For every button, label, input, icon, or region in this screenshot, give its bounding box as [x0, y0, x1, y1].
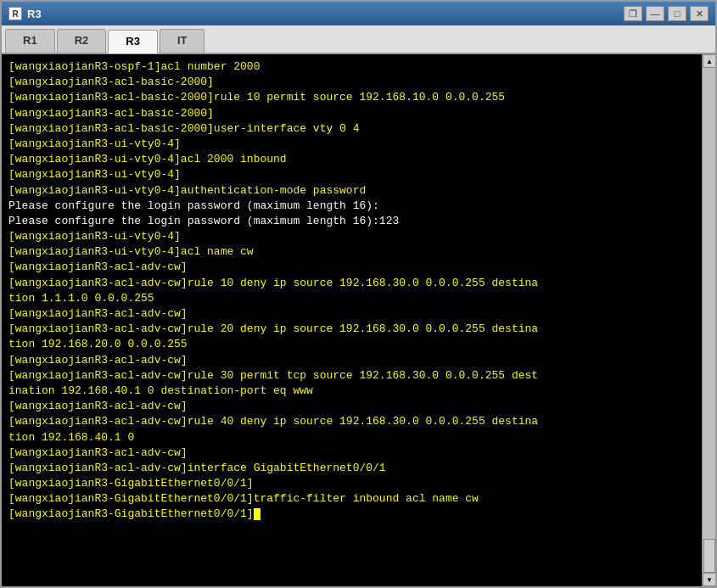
window-title: R3	[27, 8, 42, 20]
tab-bar: R1 R2 R3 IT	[2, 25, 715, 54]
close-button[interactable]: ✕	[690, 6, 709, 21]
window-icon: R	[8, 7, 22, 20]
scroll-thumb[interactable]	[703, 539, 715, 573]
maximize-button[interactable]: □	[668, 6, 686, 21]
scroll-down-button[interactable]: ▼	[703, 573, 715, 586]
tab-it[interactable]: IT	[160, 29, 205, 53]
title-bar-controls: ❐ — □ ✕	[624, 6, 709, 21]
restore-button[interactable]: ❐	[624, 6, 642, 21]
minimize-button[interactable]: —	[646, 6, 664, 21]
tab-r2[interactable]: R2	[57, 29, 107, 53]
tab-r1[interactable]: R1	[5, 29, 55, 53]
main-window: R R3 ❐ — □ ✕ R1 R2 R3 IT [wangxiaojianR3…	[0, 0, 717, 588]
terminal-container: [wangxiaojianR3-ospf-1]acl number 2000 […	[2, 54, 715, 586]
terminal-output[interactable]: [wangxiaojianR3-ospf-1]acl number 2000 […	[2, 54, 702, 586]
title-bar-left: R R3	[8, 7, 42, 20]
title-bar: R R3 ❐ — □ ✕	[2, 2, 715, 25]
scroll-track[interactable]	[703, 68, 715, 573]
tab-r3[interactable]: R3	[108, 30, 158, 53]
scrollbar[interactable]: ▲ ▼	[702, 54, 715, 586]
scroll-up-button[interactable]: ▲	[703, 54, 715, 68]
